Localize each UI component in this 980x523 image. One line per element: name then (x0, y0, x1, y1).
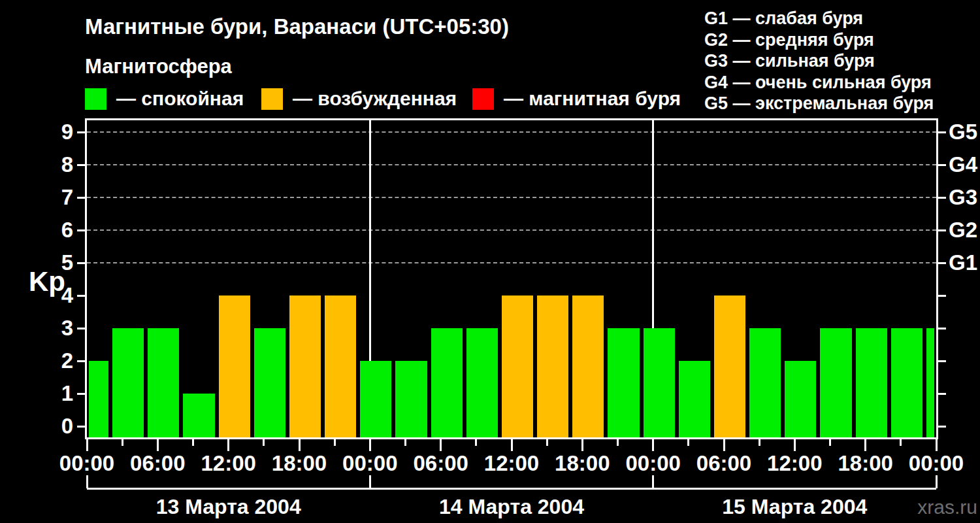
y-axis-tick (77, 360, 85, 362)
kp-bar (395, 361, 427, 437)
x-axis-major-tick (723, 439, 725, 451)
watermark: xras.ru (917, 496, 977, 518)
date-axis-line (87, 488, 936, 490)
kp-bar (679, 361, 710, 437)
date-label: 13 Марта 2004 (85, 495, 372, 519)
kp-bar (856, 328, 887, 437)
y-tick-label: 9 (21, 119, 73, 145)
y-tick-label: 5 (21, 250, 73, 276)
x-axis-minor-tick (334, 439, 336, 446)
kp-bar (537, 295, 568, 437)
kp-bar (572, 295, 604, 437)
x-axis-major-tick (936, 439, 938, 451)
y-axis-tick (77, 328, 85, 329)
x-axis-major-tick (86, 439, 88, 451)
x-axis-major-tick (794, 439, 796, 451)
kp-bar (325, 295, 356, 437)
x-axis-minor-tick (687, 439, 689, 446)
kp-bar (148, 328, 179, 437)
kp-bar (431, 328, 463, 437)
y-tick-label: 7 (21, 184, 73, 211)
kp-bar (926, 328, 934, 437)
y-tick-label: 1 (21, 380, 73, 407)
g-axis-tick (938, 131, 946, 133)
kp-bar (183, 394, 214, 437)
date-axis-tick (936, 475, 938, 488)
date-axis-tick (86, 475, 88, 488)
x-axis-minor-tick (263, 439, 265, 446)
y-tick-label: 6 (21, 217, 73, 243)
kp-bar (89, 361, 108, 437)
gridline-level-9 (87, 131, 936, 133)
x-axis-major-tick (511, 439, 513, 451)
x-tick-label: 00:00 (894, 452, 979, 475)
y-axis-tick (77, 229, 85, 231)
kp-bar (820, 328, 851, 437)
y-axis-tick (77, 426, 85, 428)
y-axis-tick (77, 393, 85, 395)
g-axis-tick (938, 328, 946, 329)
kp-bar (785, 361, 816, 437)
kp-bar (219, 295, 250, 437)
gridline-level-7 (87, 197, 936, 198)
kp-bar (466, 328, 498, 437)
g-axis-label: G1 (949, 250, 977, 276)
g-axis-label: G3 (949, 184, 977, 211)
gridline-level-5 (87, 262, 936, 263)
kp-bar-chart: 0123456789G1G2G3G4G500:0006:0012:0018:00… (0, 0, 980, 523)
x-axis-major-tick (157, 439, 159, 451)
x-axis-major-tick (581, 439, 583, 451)
kp-bar (714, 295, 745, 437)
g-axis-label: G4 (949, 152, 977, 178)
gridline-level-8 (87, 164, 936, 165)
kp-bar (360, 361, 391, 437)
date-axis-tick (652, 475, 654, 488)
x-axis-major-tick (652, 439, 654, 451)
g-axis-tick (938, 393, 946, 395)
x-axis-minor-tick (546, 439, 548, 446)
y-tick-label: 2 (21, 348, 73, 374)
y-axis-tick (77, 197, 85, 199)
g-axis-tick (938, 262, 946, 264)
g-axis-tick (938, 295, 946, 297)
g-axis-label: G5 (949, 119, 977, 145)
y-axis-tick (77, 295, 85, 297)
y-tick-label: 0 (21, 413, 73, 439)
x-axis-major-tick (864, 439, 866, 451)
date-label: 14 Марта 2004 (368, 495, 655, 519)
x-axis-major-tick (440, 439, 442, 451)
x-axis-minor-tick (404, 439, 406, 446)
kp-bar (749, 328, 781, 437)
x-axis-minor-tick (829, 439, 831, 446)
date-label: 15 Марта 2004 (651, 495, 938, 519)
kp-bar (254, 328, 286, 437)
g-axis-tick (938, 164, 946, 166)
kp-bar (289, 295, 321, 437)
x-axis-minor-tick (122, 439, 123, 446)
y-axis-tick (77, 262, 85, 264)
magnetic-storms-page: Магнитные бури, Варанаси (UTC+05:30) Маг… (0, 0, 980, 523)
g-axis-label: G2 (949, 217, 977, 243)
y-axis-tick (77, 131, 85, 133)
y-axis-tick (77, 164, 85, 166)
kp-bar (502, 295, 533, 437)
x-axis-minor-tick (900, 439, 902, 446)
y-tick-label: 3 (21, 315, 73, 341)
x-axis-major-tick (299, 439, 301, 451)
x-axis-major-tick (369, 439, 371, 451)
x-axis-minor-tick (759, 439, 760, 446)
g-axis-tick (938, 229, 946, 231)
g-axis-tick (938, 426, 946, 428)
kp-bar (608, 328, 639, 437)
x-axis-minor-tick (475, 439, 477, 446)
y-tick-label: 4 (21, 282, 73, 309)
g-axis-tick (938, 197, 946, 199)
kp-bar (644, 328, 675, 437)
gridline-level-6 (87, 229, 936, 231)
kp-bar (891, 328, 923, 437)
y-tick-label: 8 (21, 152, 73, 178)
x-axis-major-tick (227, 439, 229, 451)
g-axis-tick (938, 360, 946, 362)
x-axis-minor-tick (192, 439, 194, 446)
kp-bar (112, 328, 144, 437)
